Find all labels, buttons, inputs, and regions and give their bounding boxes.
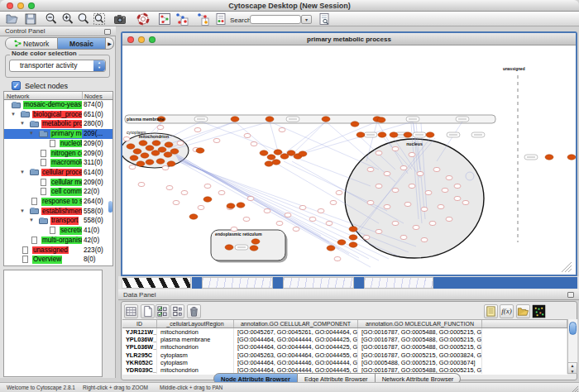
network-node-selected[interactable] — [133, 149, 141, 154]
network-node-selected[interactable] — [165, 142, 173, 147]
tree-expand-arrow-icon[interactable]: ▼ — [20, 121, 25, 126]
tree-row[interactable]: ▼biological_process651(0) — [4, 110, 112, 120]
network-node-selected[interactable] — [545, 155, 553, 160]
network-node[interactable] — [409, 152, 415, 156]
network-node[interactable] — [264, 208, 270, 213]
attribute-matrix-icon[interactable] — [532, 304, 546, 318]
network-node-selected[interactable] — [404, 132, 412, 137]
unselect-attributes-icon[interactable] — [170, 304, 184, 318]
network-node-selected[interactable] — [349, 235, 357, 240]
network-node[interactable] — [123, 136, 130, 141]
tree-expand-arrow-icon[interactable]: ▼ — [29, 131, 34, 136]
network-node[interactable] — [442, 188, 448, 192]
network-node[interactable] — [367, 200, 374, 204]
zoom-out-icon[interactable] — [45, 12, 58, 26]
network-node[interactable] — [251, 141, 257, 146]
tab-network[interactable]: Network — [5, 37, 58, 50]
network-node[interactable] — [198, 205, 204, 209]
tree-row[interactable]: multi-organism pro42(0) — [4, 236, 112, 246]
search-options-icon[interactable] — [318, 12, 331, 26]
network-node[interactable] — [376, 229, 382, 233]
attribute-table[interactable]: YJR121W__1mitochondrion[GO:0045267, GO:0… — [122, 328, 567, 375]
network-node-selected[interactable] — [227, 203, 235, 208]
network-node[interactable] — [129, 165, 136, 169]
network-node-selected[interactable] — [266, 117, 274, 122]
network-node-selected[interactable] — [127, 144, 135, 149]
network-node[interactable] — [400, 165, 407, 170]
tree-row[interactable]: ▼cellular process614(0) — [4, 168, 112, 178]
network-node[interactable] — [392, 188, 399, 192]
network-node-selected[interactable] — [196, 148, 204, 153]
network-node[interactable] — [336, 190, 342, 194]
tree-header[interactable]: Network Nodes — [3, 91, 113, 100]
tree-column-network[interactable]: Network — [7, 93, 30, 100]
network-node-selected[interactable] — [158, 147, 166, 152]
layout-network-alt-icon[interactable] — [196, 12, 209, 26]
background-window-thumbnail[interactable] — [364, 277, 433, 289]
table-column-header[interactable] — [482, 320, 567, 327]
resize-grip-icon[interactable] — [568, 269, 572, 272]
tree-row[interactable]: mosaic-demo-yeast874(0) — [4, 100, 112, 110]
tab-mosaic[interactable]: Mosaic — [58, 37, 106, 50]
float-panel-icon[interactable] — [567, 292, 574, 298]
network-node[interactable] — [181, 190, 188, 194]
network-node[interactable] — [309, 217, 316, 221]
network-node-selected[interactable] — [130, 155, 138, 160]
select-attributes-icon[interactable] — [156, 304, 170, 318]
tree-row[interactable]: ▼metabolic process280(0) — [4, 119, 112, 129]
network-node[interactable] — [285, 213, 291, 217]
network-node[interactable] — [279, 127, 285, 131]
network-node-selected[interactable] — [139, 141, 147, 146]
network-node[interactable] — [299, 205, 306, 209]
function-builder-icon[interactable]: f(x) — [500, 304, 514, 318]
network-node[interactable] — [162, 165, 169, 170]
network-node[interactable] — [326, 221, 333, 225]
network-node[interactable] — [173, 200, 179, 204]
network-node[interactable] — [462, 200, 469, 204]
network-node[interactable] — [204, 184, 211, 188]
tree-expand-arrow-icon[interactable]: ▼ — [20, 208, 25, 213]
network-node[interactable] — [454, 184, 461, 188]
tree-column-nodes[interactable]: Nodes — [84, 93, 103, 100]
network-node-selected[interactable] — [189, 214, 198, 219]
network-node[interactable] — [384, 171, 390, 175]
network-node-selected[interactable] — [378, 132, 386, 137]
network-node[interactable] — [276, 221, 283, 225]
tree-row[interactable]: unassigned223(0) — [4, 246, 112, 256]
layout-network-icon[interactable] — [175, 12, 189, 26]
save-icon[interactable] — [24, 12, 37, 26]
attribute-table-icon[interactable] — [124, 304, 138, 318]
tree-row[interactable]: response to stimulu264(0) — [4, 197, 112, 207]
network-node[interactable] — [293, 227, 299, 231]
import-attributes-icon[interactable] — [516, 304, 530, 318]
tree-row[interactable]: ▼primary metabo209(... — [4, 129, 112, 139]
network-node[interactable] — [318, 208, 324, 213]
birdseye-overview-panel[interactable] — [3, 270, 103, 377]
network-node[interactable] — [243, 217, 250, 221]
network-node-selected[interactable] — [141, 153, 149, 158]
network-window-titlebar[interactable]: primary metabolic process — [122, 33, 576, 45]
network-node-selected[interactable] — [272, 160, 280, 165]
network-node[interactable] — [409, 184, 415, 188]
open-file-icon[interactable] — [6, 12, 19, 26]
network-node[interactable] — [138, 182, 145, 186]
network-node[interactable] — [400, 235, 407, 239]
network-node-selected[interactable] — [337, 240, 346, 245]
network-node[interactable] — [425, 190, 432, 194]
network-node[interactable] — [384, 204, 390, 208]
network-node-selected[interactable] — [265, 161, 273, 166]
network-node[interactable] — [157, 125, 164, 129]
network-node[interactable] — [417, 171, 423, 175]
tree-row[interactable]: Overview8(0) — [4, 255, 112, 265]
network-node[interactable] — [413, 225, 419, 229]
network-node[interactable] — [194, 127, 201, 131]
network-node-selected[interactable] — [267, 155, 275, 160]
tree-row[interactable]: ▼establishment of lo558(0) — [4, 207, 112, 217]
zoom-in-icon[interactable] — [61, 12, 74, 26]
vizmapper-icon[interactable] — [214, 12, 227, 26]
zoom-fit-icon[interactable] — [93, 12, 106, 26]
network-node-selected[interactable] — [274, 150, 282, 155]
network-node-selected[interactable] — [260, 151, 268, 155]
network-node-selected[interactable] — [136, 161, 145, 166]
tree-row[interactable]: nitrogen compo209(0) — [4, 149, 112, 159]
